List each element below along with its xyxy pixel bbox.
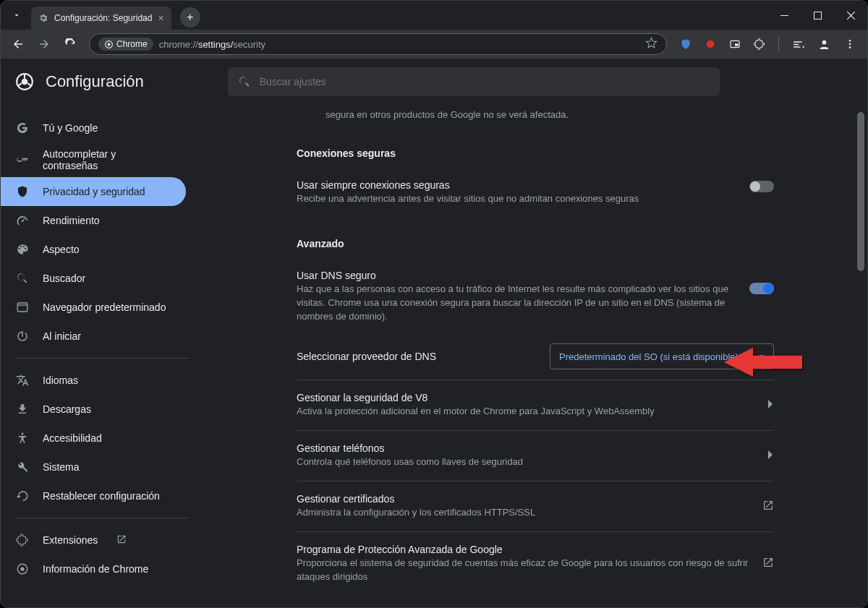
search-icon: [238, 75, 251, 88]
sidebar-item-system[interactable]: Sistema: [1, 453, 186, 481]
dns-provider-label: Seleccionar proveedor de DNS: [297, 351, 436, 362]
chip-label: Chrome: [116, 39, 148, 49]
key-icon: [15, 153, 30, 167]
adblock-extension-icon[interactable]: [699, 33, 722, 56]
search-icon: [15, 271, 30, 286]
svg-point-8: [849, 40, 851, 42]
setting-sub: Activa la protección adicional en el mot…: [297, 405, 768, 419]
sidebar-item-label: Idiomas: [43, 374, 78, 386]
titlebar: Configuración: Seguridad × +: [1, 1, 867, 30]
omnibox[interactable]: Chrome chrome://settings/security: [89, 33, 667, 55]
chevron-right-icon: [768, 400, 774, 411]
site-chip[interactable]: Chrome: [98, 38, 153, 51]
app-title: Configuración: [46, 72, 144, 91]
sidebar-item-privacy-security[interactable]: Privacidad y seguridad: [1, 177, 186, 206]
reload-button[interactable]: [59, 33, 82, 56]
close-window-button[interactable]: [834, 1, 867, 30]
sidebar-item-reset[interactable]: Restablecer configuración: [1, 481, 186, 510]
pip-extension-icon[interactable]: [723, 33, 746, 56]
profile-button[interactable]: [812, 33, 835, 56]
sidebar-item-label: Sistema: [43, 461, 80, 473]
browser-tab[interactable]: Configuración: Seguridad ×: [31, 7, 171, 30]
search-settings-input[interactable]: [260, 76, 710, 87]
sidebar-item-autofill[interactable]: Autocompletar y contraseñas: [1, 142, 186, 177]
search-settings[interactable]: [228, 67, 720, 96]
sidebar-item-extensions[interactable]: Extensiones: [1, 526, 186, 555]
sidebar-item-appearance[interactable]: Aspecto: [1, 235, 186, 264]
scrollbar[interactable]: [856, 105, 866, 607]
side-panel-button[interactable]: [786, 33, 809, 56]
settings-content: segura en otros productos de Google no s…: [203, 105, 867, 607]
maximize-button[interactable]: [801, 1, 834, 30]
setting-label: Gestionar certificados: [297, 493, 762, 505]
sidebar-item-label: Tú y Google: [43, 122, 98, 134]
sidebar: Tú y Google Autocompletar y contraseñas …: [1, 105, 203, 607]
chevron-down-icon: [12, 11, 21, 20]
browser-window: Configuración: Seguridad × + Chrome chro…: [0, 0, 868, 608]
svg-point-3: [108, 43, 111, 46]
browser-icon: [15, 300, 30, 314]
sidebar-item-default-browser[interactable]: Navegador predeterminado: [1, 293, 186, 322]
svg-point-12: [22, 79, 28, 85]
sidebar-item-search-engine[interactable]: Buscador: [1, 264, 186, 293]
gear-icon: [38, 13, 48, 23]
tab-search-button[interactable]: [7, 5, 27, 25]
bookmark-button[interactable]: [645, 37, 658, 51]
manage-phones-row[interactable]: Gestionar teléfonos Controla qué teléfon…: [297, 430, 774, 481]
settings-page: Configuración Tú y Google Autocompletar …: [1, 59, 867, 607]
svg-point-7: [822, 40, 826, 44]
setting-secure-dns: Usar DNS seguro Haz que a las personas c…: [297, 260, 774, 334]
advanced-protection-row[interactable]: Programa de Protección Avanzada de Googl…: [297, 531, 774, 596]
sidebar-item-label: Restablecer configuración: [43, 490, 160, 502]
setting-label: Usar DNS seguro: [297, 270, 738, 281]
extensions-button[interactable]: [748, 33, 771, 56]
sidebar-item-you-and-google[interactable]: Tú y Google: [1, 114, 186, 142]
setting-label: Gestionar la seguridad de V8: [297, 392, 768, 403]
download-icon: [15, 402, 30, 416]
menu-button[interactable]: [838, 33, 861, 56]
minimize-button[interactable]: [767, 1, 801, 30]
manage-certificates-row[interactable]: Gestionar certificados Administra la con…: [297, 481, 774, 531]
sidebar-item-label: Extensiones: [43, 534, 98, 546]
shield-extension-icon[interactable]: [674, 33, 697, 56]
forward-button[interactable]: [33, 33, 56, 56]
select-value: Predeterminado del SO (si está disponibl…: [559, 351, 739, 362]
chrome-icon: [15, 562, 30, 576]
svg-rect-0: [780, 15, 788, 16]
tab-close-button[interactable]: ×: [158, 12, 163, 24]
new-tab-button[interactable]: +: [180, 7, 200, 27]
sidebar-item-on-startup[interactable]: Al iniciar: [1, 322, 186, 351]
chevron-down-icon: ▾: [760, 351, 765, 362]
manage-v8-security-row[interactable]: Gestionar la seguridad de V8 Activa la p…: [297, 380, 774, 430]
speedometer-icon: [15, 213, 30, 228]
always-https-toggle[interactable]: [749, 181, 774, 192]
svg-point-10: [849, 46, 851, 48]
sidebar-item-accessibility[interactable]: Accesibilidad: [1, 424, 186, 453]
sidebar-item-about-chrome[interactable]: Información de Chrome: [1, 555, 186, 583]
window-controls: [767, 1, 867, 30]
external-link-icon: [762, 500, 774, 513]
wrench-icon: [15, 460, 30, 474]
sidebar-item-downloads[interactable]: Descargas: [1, 395, 186, 424]
svg-rect-13: [17, 303, 27, 312]
puzzle-icon: [15, 533, 30, 547]
restore-icon: [15, 489, 30, 503]
external-link-icon: [116, 534, 127, 547]
sidebar-item-label: Aspecto: [43, 244, 80, 255]
dns-provider-select[interactable]: Predeterminado del SO (si está disponibl…: [550, 343, 774, 369]
back-button[interactable]: [7, 33, 30, 56]
sidebar-item-label: Privacidad y seguridad: [43, 186, 145, 197]
svg-point-14: [22, 433, 24, 435]
sidebar-item-label: Buscador: [43, 273, 85, 284]
app-header: Configuración: [1, 59, 867, 105]
google-g-icon: [15, 121, 30, 135]
sidebar-divider: [15, 358, 189, 359]
setting-sub: Controla qué teléfonos usas como llaves …: [297, 455, 768, 469]
secure-dns-toggle[interactable]: [749, 283, 774, 294]
sidebar-item-performance[interactable]: Rendimiento: [1, 206, 186, 235]
sidebar-item-languages[interactable]: Idiomas: [1, 366, 186, 395]
svg-point-9: [849, 43, 851, 46]
setting-label: Gestionar teléfonos: [297, 442, 768, 454]
sidebar-item-label: Información de Chrome: [43, 563, 148, 575]
scrollbar-thumb[interactable]: [857, 112, 864, 271]
